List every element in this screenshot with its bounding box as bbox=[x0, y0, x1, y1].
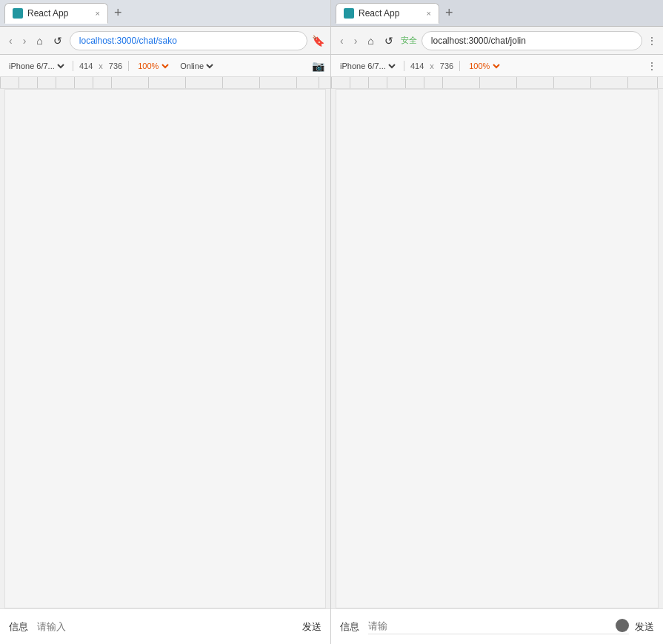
tab-left[interactable]: React App × bbox=[4, 3, 108, 24]
device-width-right: 414 bbox=[410, 62, 424, 70]
tab-bar-right: React App × + bbox=[331, 0, 663, 27]
add-tab-left[interactable]: + bbox=[111, 5, 125, 21]
tab-favicon-right bbox=[344, 8, 354, 19]
device-height-left: 736 bbox=[109, 62, 122, 70]
security-badge-right: 安全 bbox=[401, 35, 417, 46]
forward-button-left[interactable]: › bbox=[20, 33, 30, 48]
divider2-left bbox=[128, 61, 129, 71]
chat-send-right[interactable]: 发送 bbox=[635, 620, 654, 634]
forward-button-right[interactable]: › bbox=[351, 33, 361, 48]
more-button-right[interactable]: ⋮ bbox=[647, 35, 657, 47]
viewport-left bbox=[4, 89, 326, 608]
reload-button-right[interactable]: ↺ bbox=[382, 33, 396, 48]
online-select-left[interactable]: Online bbox=[177, 61, 216, 71]
browser-right: React App × + ‹ › ⌂ ↺ 安全 ⋮ iPhone 6/7...… bbox=[331, 0, 663, 644]
zoom-select-left[interactable]: 100% bbox=[135, 61, 171, 71]
browser-left: React App × + ‹ › ⌂ ↺ 🔖 iPhone 6/7... 41… bbox=[0, 0, 331, 644]
add-tab-right[interactable]: + bbox=[442, 5, 456, 21]
chat-input-right[interactable] bbox=[368, 620, 614, 631]
tab-right[interactable]: React App × bbox=[336, 3, 439, 24]
address-bar-left: ‹ › ⌂ ↺ 🔖 bbox=[0, 27, 330, 55]
device-height-right: 736 bbox=[440, 62, 453, 70]
ruler-left bbox=[0, 77, 330, 89]
divider-left bbox=[73, 61, 73, 71]
divider-right bbox=[404, 61, 404, 71]
capture-icon-left[interactable]: 📷 bbox=[312, 60, 324, 72]
reload-button-left[interactable]: ↺ bbox=[50, 33, 65, 48]
chat-bottom-right: 信息 发送 bbox=[331, 608, 663, 644]
zoom-select-right[interactable]: 100% bbox=[466, 61, 502, 71]
url-input-right[interactable] bbox=[422, 31, 642, 50]
tab-close-right[interactable]: × bbox=[427, 9, 431, 18]
device-x-right: x bbox=[430, 62, 434, 70]
tab-bar-left: React App × + bbox=[0, 0, 330, 27]
home-button-left[interactable]: ⌂ bbox=[33, 33, 45, 48]
chat-input-left[interactable] bbox=[37, 621, 296, 632]
ruler-right bbox=[331, 77, 663, 89]
back-button-left[interactable]: ‹ bbox=[6, 33, 16, 48]
chat-label-left: 信息 bbox=[9, 620, 31, 634]
device-width-left: 414 bbox=[79, 62, 93, 70]
tab-favicon-left bbox=[13, 8, 23, 19]
device-x-left: x bbox=[99, 62, 103, 70]
chat-send-left[interactable]: 发送 bbox=[302, 620, 321, 634]
bookmark-icon-left[interactable]: 🔖 bbox=[312, 35, 324, 47]
chat-bottom-left: 信息 发送 bbox=[0, 608, 330, 644]
address-bar-right: ‹ › ⌂ ↺ 安全 ⋮ bbox=[331, 27, 663, 55]
tab-title-left: React App bbox=[27, 8, 91, 19]
chat-label-right: 信息 bbox=[340, 620, 362, 634]
chat-input-wrapper-right bbox=[368, 619, 629, 634]
viewport-right bbox=[336, 89, 659, 608]
more-icon-right[interactable]: ⋮ bbox=[647, 60, 657, 72]
tab-title-right: React App bbox=[359, 8, 422, 19]
device-select-left[interactable]: iPhone 6/7... bbox=[6, 61, 67, 71]
device-toolbar-right: iPhone 6/7... 414 x 736 100% ⋮ bbox=[331, 55, 663, 77]
back-button-right[interactable]: ‹ bbox=[337, 33, 347, 48]
emoji-icon-right[interactable] bbox=[616, 619, 629, 632]
device-toolbar-left: iPhone 6/7... 414 x 736 100% Online 📷 bbox=[0, 55, 330, 77]
url-input-left[interactable] bbox=[70, 31, 307, 50]
divider2-right bbox=[459, 61, 460, 71]
device-select-right[interactable]: iPhone 6/7... bbox=[337, 61, 398, 71]
tab-close-left[interactable]: × bbox=[96, 9, 100, 18]
home-button-right[interactable]: ⌂ bbox=[364, 33, 376, 48]
